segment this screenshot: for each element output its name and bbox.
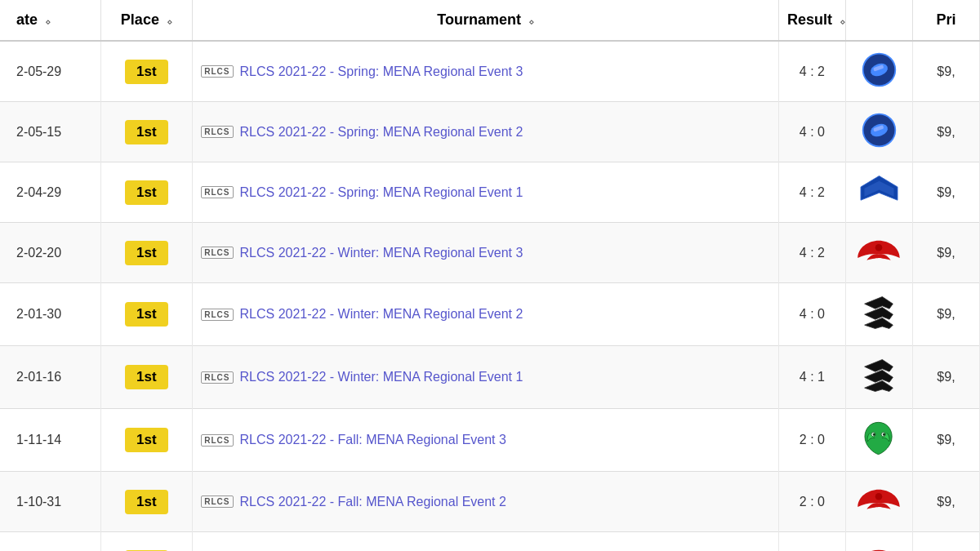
team-logo-icon — [858, 293, 900, 332]
team-logo-icon — [861, 112, 898, 149]
cell-date: 2-05-15 — [0, 102, 100, 162]
cell-prize: $9, — [912, 162, 979, 223]
tournament-name[interactable]: RLCS 2021-22 - Fall: MENA Regional Event… — [240, 433, 506, 447]
cell-place: 1st — [100, 409, 193, 472]
cell-date: 1-10-31 — [0, 472, 100, 532]
cell-place: 1st — [100, 346, 193, 409]
prize-text: $9, — [937, 307, 955, 321]
col-header-date[interactable]: ate ⬦ — [0, 0, 100, 41]
cell-logo — [845, 223, 912, 283]
place-badge: 1st — [125, 120, 168, 144]
col-header-result[interactable]: Result ⬦ — [778, 0, 845, 41]
svg-point-13 — [875, 493, 883, 500]
cell-prize: $9, — [912, 102, 979, 162]
place-badge: 1st — [125, 241, 168, 265]
table-row: 1-10-17 1st RLCS RLCS 2021-22 - Fall: ME… — [0, 532, 980, 552]
place-badge: 1st — [125, 428, 168, 452]
cell-result: 2 : 0 — [778, 409, 845, 472]
cell-date: 2-01-16 — [0, 346, 100, 409]
cell-date: 2-01-30 — [0, 283, 100, 346]
cell-date: 1-10-17 — [0, 532, 100, 552]
cell-tournament: RLCS RLCS 2021-22 - Spring: MENA Regiona… — [193, 102, 779, 162]
cell-logo — [845, 409, 912, 472]
cell-place: 1st — [100, 41, 193, 102]
col-header-logo — [845, 0, 912, 41]
table-row: 2-05-29 1st RLCS RLCS 2021-22 - Spring: … — [0, 41, 980, 102]
team-logo-icon — [857, 172, 902, 209]
cell-logo — [845, 283, 912, 346]
cell-tournament: RLCS RLCS 2021-22 - Fall: MENA Regional … — [193, 532, 779, 552]
col-header-tournament[interactable]: Tournament ⬦ — [193, 0, 779, 41]
cell-place: 1st — [100, 102, 193, 162]
place-badge: 1st — [125, 302, 168, 327]
cell-place: 1st — [100, 223, 193, 283]
svg-point-12 — [884, 433, 886, 436]
sort-icon-place: ⬦ — [167, 16, 172, 27]
cell-result: 4 : 1 — [778, 346, 845, 409]
cell-date: 2-04-29 — [0, 162, 100, 223]
prize-text: $9, — [937, 246, 955, 260]
result-text: 2 : 0 — [800, 495, 825, 509]
table-header-row: ate ⬦ Place ⬦ Tournament ⬦ Result ⬦ Pri — [0, 0, 980, 41]
table-row: 2-01-30 1st RLCS RLCS 2021-22 - Winter: … — [0, 283, 980, 346]
cell-result: 4 : 2 — [778, 223, 845, 283]
cell-result: 4 : 0 — [778, 102, 845, 162]
sort-icon-date: ⬦ — [45, 16, 51, 27]
tournament-name[interactable]: RLCS 2021-22 - Spring: MENA Regional Eve… — [240, 185, 523, 200]
result-text: 4 : 2 — [800, 64, 825, 78]
result-text: 4 : 2 — [800, 246, 825, 260]
sort-icon-result: ⬦ — [840, 16, 845, 27]
tournament-name[interactable]: RLCS 2021-22 - Winter: MENA Regional Eve… — [240, 307, 523, 322]
result-text: 4 : 2 — [800, 185, 825, 199]
table-row: 1-10-31 1st RLCS RLCS 2021-22 - Fall: ME… — [0, 472, 980, 532]
place-badge: 1st — [125, 180, 168, 205]
cell-prize: $9, — [912, 472, 979, 532]
table-row: 2-05-15 1st RLCS RLCS 2021-22 - Spring: … — [0, 102, 980, 162]
cell-prize: $9, — [912, 223, 979, 283]
cell-place: 1st — [100, 472, 193, 532]
cell-tournament: RLCS RLCS 2021-22 - Winter: MENA Regiona… — [193, 346, 779, 409]
result-text: 2 : 0 — [800, 433, 825, 447]
org-label: RLCS — [201, 371, 233, 384]
table-body: 2-05-29 1st RLCS RLCS 2021-22 - Spring: … — [0, 41, 980, 551]
result-text: 4 : 0 — [800, 125, 825, 139]
cell-result: 2 : 0 — [778, 532, 845, 552]
place-badge: 1st — [125, 490, 168, 514]
tournament-name[interactable]: RLCS 2021-22 - Spring: MENA Regional Eve… — [240, 125, 523, 140]
cell-logo — [845, 346, 912, 409]
prize-text: $9, — [937, 370, 955, 384]
col-header-place[interactable]: Place ⬦ — [100, 0, 193, 41]
results-table-wrapper: ate ⬦ Place ⬦ Tournament ⬦ Result ⬦ Pri — [0, 0, 980, 551]
tournament-name[interactable]: RLCS 2021-22 - Winter: MENA Regional Eve… — [240, 246, 523, 260]
place-badge: 1st — [125, 365, 168, 389]
tournament-name[interactable]: RLCS 2021-22 - Spring: MENA Regional Eve… — [240, 64, 523, 79]
results-table: ate ⬦ Place ⬦ Tournament ⬦ Result ⬦ Pri — [0, 0, 980, 551]
org-label: RLCS — [201, 247, 233, 259]
org-label: RLCS — [201, 65, 233, 78]
org-label: RLCS — [201, 126, 233, 138]
cell-tournament: RLCS RLCS 2021-22 - Winter: MENA Regiona… — [193, 283, 779, 346]
cell-logo — [845, 472, 912, 532]
cell-result: 2 : 0 — [778, 472, 845, 532]
cell-tournament: RLCS RLCS 2021-22 - Spring: MENA Regiona… — [193, 162, 779, 223]
tournament-name[interactable]: RLCS 2021-22 - Fall: MENA Regional Event… — [240, 495, 506, 509]
cell-tournament: RLCS RLCS 2021-22 - Fall: MENA Regional … — [193, 472, 779, 532]
tournament-name[interactable]: RLCS 2021-22 - Winter: MENA Regional Eve… — [240, 370, 523, 384]
cell-date: 1-11-14 — [0, 409, 100, 472]
prize-text: $9, — [937, 125, 955, 139]
cell-prize: $9, — [912, 532, 979, 552]
team-logo-icon — [854, 542, 903, 551]
cell-place: 1st — [100, 162, 193, 223]
cell-logo — [845, 162, 912, 223]
cell-logo — [845, 102, 912, 162]
cell-date: 2-02-20 — [0, 223, 100, 283]
cell-place: 1st — [100, 283, 193, 346]
team-logo-icon — [861, 51, 898, 88]
sort-icon-tournament: ⬦ — [528, 16, 534, 27]
team-logo-icon — [854, 233, 903, 269]
col-header-prize: Pri — [912, 0, 979, 41]
cell-place: 1st — [100, 532, 193, 552]
cell-tournament: RLCS RLCS 2021-22 - Winter: MENA Regiona… — [193, 223, 779, 283]
cell-result: 4 : 0 — [778, 283, 845, 346]
result-text: 4 : 0 — [800, 307, 825, 321]
